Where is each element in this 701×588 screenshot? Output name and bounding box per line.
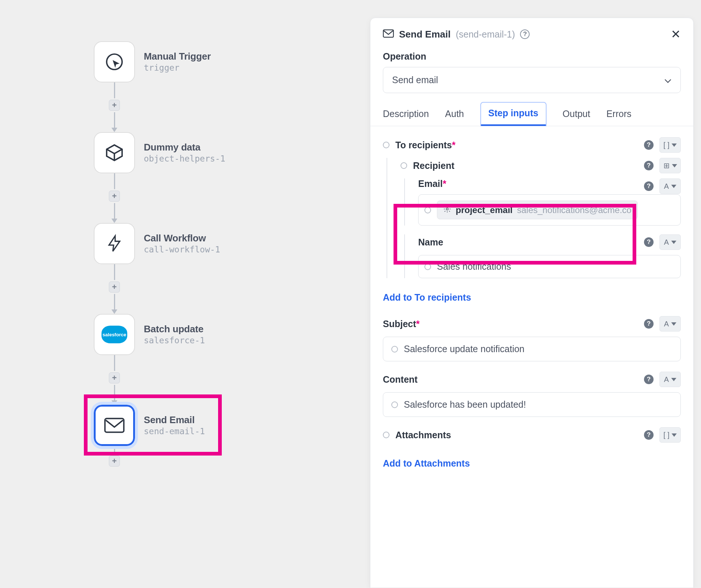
type-selector-text[interactable]: A: [659, 372, 681, 387]
bolt-icon: [94, 223, 135, 264]
operation-select[interactable]: Send email: [383, 67, 681, 93]
flow-connector: +: [94, 82, 135, 132]
node-title: Batch update: [144, 323, 205, 335]
add-to-recipients-link[interactable]: Add to To recipients: [383, 292, 471, 303]
operation-label: Operation: [370, 47, 693, 67]
add-step-button[interactable]: +: [109, 281, 120, 293]
help-icon[interactable]: ?: [644, 140, 654, 150]
panel-body: To recipients* ? [ ] Recipient ? ⊞: [370, 126, 693, 588]
flow-node-call-workflow[interactable]: Call Workflow call-workflow-1: [94, 223, 285, 264]
cube-icon: [94, 132, 135, 173]
node-title: Call Workflow: [144, 233, 220, 244]
subject-input[interactable]: Salesforce update notification: [383, 337, 681, 361]
help-icon[interactable]: ?: [644, 161, 654, 170]
salesforce-icon: salesforce: [94, 314, 135, 355]
field-toggle[interactable]: [391, 401, 398, 408]
node-subtitle: object-helpers-1: [144, 154, 225, 163]
tab-step-inputs[interactable]: Step inputs: [480, 102, 547, 126]
flow-connector: +: [94, 173, 135, 223]
node-subtitle: salesforce-1: [144, 336, 205, 345]
type-selector-object[interactable]: ⊞: [659, 158, 681, 173]
tab-output[interactable]: Output: [563, 102, 590, 126]
node-title: Manual Trigger: [144, 51, 211, 62]
flow-connector: +: [94, 446, 135, 468]
email-input[interactable]: project_email sales_notifications@acme.c…: [418, 194, 681, 226]
attachments-label: Attachments: [395, 430, 638, 440]
step-config-panel: Send Email (send-email-1) ? ✕ Operation …: [370, 18, 694, 588]
type-selector-list[interactable]: [ ]: [659, 137, 681, 153]
envelope-icon: [383, 29, 394, 39]
name-label: Name: [418, 237, 638, 248]
chip-name: project_email: [456, 205, 513, 215]
field-toggle[interactable]: [391, 346, 398, 353]
config-var-chip[interactable]: project_email sales_notifications@acme.c…: [437, 201, 638, 219]
type-selector-list[interactable]: [ ]: [659, 427, 681, 443]
flow-connector: +: [94, 264, 135, 314]
to-recipients-label: To recipients*: [395, 140, 638, 150]
help-icon[interactable]: ?: [644, 319, 654, 329]
content-input[interactable]: Salesforce has been updated!: [383, 392, 681, 417]
type-selector-text[interactable]: A: [659, 234, 681, 250]
tab-auth[interactable]: Auth: [445, 102, 464, 126]
tab-description[interactable]: Description: [383, 102, 429, 126]
tab-errors[interactable]: Errors: [606, 102, 631, 126]
email-label: Email*: [418, 178, 638, 189]
cursor-icon: [94, 41, 135, 82]
field-toggle[interactable]: [383, 142, 389, 148]
type-selector-text[interactable]: A: [659, 178, 681, 194]
svg-rect-2: [383, 30, 394, 37]
node-subtitle: trigger: [144, 63, 211, 72]
panel-title: Send Email: [399, 29, 451, 40]
node-title: Dummy data: [144, 142, 225, 153]
help-icon[interactable]: ?: [520, 29, 530, 39]
close-panel-button[interactable]: ✕: [671, 28, 681, 40]
chevron-down-icon: [664, 75, 672, 85]
flow-node-manual-trigger[interactable]: Manual Trigger trigger: [94, 41, 285, 82]
node-subtitle: call-workflow-1: [144, 245, 220, 254]
content-label: Content: [383, 374, 638, 385]
help-icon[interactable]: ?: [644, 430, 654, 440]
add-step-button[interactable]: +: [109, 456, 120, 467]
flow-node-send-email[interactable]: Send Email send-email-1: [94, 405, 285, 446]
field-toggle[interactable]: [424, 207, 431, 213]
flow-node-batch-update[interactable]: salesforce Batch update salesforce-1: [94, 314, 285, 355]
flow-node-dummy-data[interactable]: Dummy data object-helpers-1: [94, 132, 285, 173]
field-toggle[interactable]: [383, 432, 389, 438]
workflow-canvas[interactable]: Manual Trigger trigger + Dummy data obje…: [94, 41, 285, 468]
svg-point-3: [446, 208, 448, 210]
type-selector-text[interactable]: A: [659, 316, 681, 332]
help-icon[interactable]: ?: [644, 181, 654, 191]
recipient-label: Recipient: [413, 160, 638, 171]
subject-label: Subject*: [383, 319, 638, 329]
svg-rect-1: [105, 418, 124, 432]
panel-tabs: Description Auth Step inputs Output Erro…: [370, 102, 693, 126]
add-step-button[interactable]: +: [109, 372, 120, 383]
field-toggle[interactable]: [424, 263, 431, 270]
flow-connector: +: [94, 355, 135, 405]
node-title: Send Email: [144, 414, 205, 426]
gear-icon: [443, 205, 451, 215]
help-icon[interactable]: ?: [644, 237, 654, 247]
chip-value: sales_notifications@acme.co: [517, 205, 631, 215]
name-input[interactable]: Sales notifications: [418, 255, 681, 278]
help-icon[interactable]: ?: [644, 375, 654, 384]
envelope-icon: [94, 405, 135, 446]
field-toggle[interactable]: [401, 162, 407, 169]
add-step-button[interactable]: +: [109, 191, 120, 202]
node-subtitle: send-email-1: [144, 426, 205, 436]
add-to-attachments-link[interactable]: Add to Attachments: [383, 458, 470, 469]
add-step-button[interactable]: +: [109, 100, 120, 111]
panel-subtitle: (send-email-1): [456, 29, 515, 40]
operation-value: Send email: [392, 75, 438, 85]
